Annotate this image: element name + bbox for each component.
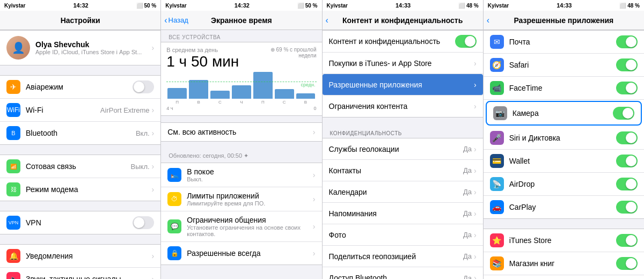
- contacts-arrow: ›: [474, 166, 477, 175]
- screen-title-4: Разрешенные приложения: [514, 16, 613, 25]
- alwaysallowed-text: Разрешенные всегда: [187, 249, 313, 258]
- settings-item-wifi[interactable]: WiFi Wi-Fi AirPort Extreme ›: [0, 99, 160, 122]
- battery-2: ⬜ 50 %: [297, 3, 318, 9]
- settings-item-books[interactable]: 📚 Магазин книг: [484, 252, 644, 275]
- cellular-arrow: ›: [152, 162, 155, 171]
- avatar: 👤: [6, 36, 30, 60]
- see-activity-button[interactable]: См. всю активность ›: [161, 122, 321, 142]
- avg-label: В среднем за день: [166, 47, 239, 53]
- settings-item-bluetooth[interactable]: B Bluetooth Вкл. ›: [0, 122, 160, 144]
- airdrop-toggle[interactable]: [616, 178, 638, 190]
- settings-item-applimits[interactable]: ⏱ Лимиты приложений Лимитируйте время дл…: [161, 187, 321, 211]
- airplane-toggle[interactable]: [133, 80, 154, 93]
- settings-item-camera[interactable]: 📷 Камера: [486, 101, 642, 126]
- settings-item-reminders[interactable]: Напоминания Да ›: [323, 203, 483, 224]
- bluetooth-access-value: Да: [463, 274, 472, 280]
- settings-item-contacts[interactable]: Контакты Да ›: [323, 160, 483, 181]
- applimits-arrow: ›: [313, 195, 316, 203]
- itunesstore-toggle[interactable]: [616, 234, 638, 247]
- bar-label-ч1: Ч: [240, 100, 243, 105]
- settings-item-safari[interactable]: 🧭 Safari: [484, 54, 644, 77]
- vpn-icon: VPN: [6, 216, 20, 230]
- calendars-arrow: ›: [474, 188, 477, 196]
- back-button-3[interactable]: ‹: [326, 16, 330, 25]
- communication-arrow: ›: [313, 222, 316, 231]
- settings-item-hotspot[interactable]: ⛓ Режим модема ›: [0, 178, 160, 201]
- applimits-label: Лимиты приложений: [187, 192, 313, 200]
- vpn-toggle[interactable]: [133, 216, 154, 229]
- see-activity-arrow: ›: [313, 128, 316, 136]
- allowed-apps-screen: Kyivstar 14:33 ⬜ 48 % ‹ Разрешенные прил…: [484, 0, 644, 279]
- settings-item-itunesstore[interactable]: ⭐ iTunes Store: [484, 229, 644, 252]
- bar-с2: С: [275, 89, 294, 105]
- settings-item-location[interactable]: Службы геолокации Да ›: [323, 138, 483, 160]
- time-2: 14:32: [235, 2, 250, 9]
- books-toggle[interactable]: [616, 257, 638, 270]
- bar-label-с2: С: [283, 100, 286, 105]
- settings-item-vpn[interactable]: VPN VPN: [0, 211, 160, 234]
- profile-name: Olya Shevchuk: [35, 40, 152, 49]
- settings-item-bluetooth-access[interactable]: Доступ Bluetooth Да ›: [323, 267, 483, 279]
- facetime-toggle[interactable]: [616, 82, 638, 94]
- bar-visual-с1: [210, 91, 230, 99]
- item-label-wifi: Wi-Fi: [26, 106, 100, 114]
- back-button-4[interactable]: ‹: [487, 16, 491, 25]
- books-icon: 📚: [490, 256, 504, 270]
- wallet-toggle[interactable]: [616, 155, 638, 167]
- settings-item-sharelocation[interactable]: Поделиться геопозицией Да ›: [323, 246, 483, 267]
- settings-item-siri[interactable]: 🎤 Siri и Диктовка: [484, 127, 644, 150]
- settings-item-podcasts[interactable]: 🎙 Подкасты: [484, 275, 644, 279]
- safari-toggle[interactable]: [616, 58, 638, 71]
- content-toggle[interactable]: [455, 35, 477, 48]
- settings-item-wallet[interactable]: 💳 Wallet: [484, 150, 644, 173]
- notifications-arrow: ›: [152, 252, 155, 260]
- bar-label-п1: П: [175, 100, 179, 105]
- settings-item-notifications[interactable]: 🔔 Уведомления ›: [0, 245, 160, 268]
- settings-item-mail[interactable]: ✉ Почта: [484, 31, 644, 54]
- profile-item[interactable]: 👤 Olya Shevchuk Apple ID, iCloud, iTunes…: [0, 30, 160, 65]
- privacy-section-header: КОНФИДЕНЦИАЛЬНОСТЬ: [323, 127, 483, 138]
- downtime-icon: 🛌: [167, 168, 181, 182]
- settings-item-airdrop[interactable]: 📡 AirDrop: [484, 173, 644, 196]
- item-label-mail: Почта: [509, 38, 616, 46]
- settings-group-cellular: 📶 Сотовая связь Выкл. › ⛓ Режим модема ›: [0, 155, 160, 201]
- settings-item-alwaysallowed[interactable]: 🔒 Разрешенные всегда ›: [161, 242, 321, 265]
- item-label-hotspot: Режим модема: [26, 185, 152, 194]
- bar-visual-ч1: [232, 85, 251, 99]
- hotspot-icon: ⛓: [6, 182, 20, 196]
- nav-bar-2: ‹ Назад Экранное время: [161, 11, 321, 30]
- back-arrow-2: ‹: [164, 16, 167, 25]
- carplay-toggle[interactable]: [616, 201, 638, 214]
- settings-item-sounds[interactable]: 🔈 Звуки, тактильные сигналы ›: [0, 268, 160, 279]
- profile-info: Olya Shevchuk Apple ID, iCloud, iTunes S…: [35, 40, 152, 55]
- settings-item-facetime[interactable]: 📹 FaceTime: [484, 77, 644, 100]
- settings-item-allowed-apps[interactable]: Разрешенные приложения ›: [323, 74, 483, 96]
- settings-item-calendars[interactable]: Календари Да ›: [323, 181, 483, 203]
- bar-visual-п2: [253, 72, 273, 99]
- camera-toggle[interactable]: [613, 107, 634, 120]
- axis-left: 4 ч: [166, 106, 173, 111]
- settings-item-downtime[interactable]: 🛌 В покое Выкл. ›: [161, 163, 321, 187]
- wifi-value: AirPort Extreme: [100, 106, 150, 114]
- settings-item-itunes-purchases[interactable]: Покупки в iTunes- и App Store ›: [323, 53, 483, 74]
- screen-title-2: Экранное время: [211, 16, 272, 25]
- avg-line-label: средн.: [301, 82, 315, 87]
- bluetooth-value: Вкл.: [136, 129, 150, 137]
- settings-item-photos[interactable]: Фото Да ›: [323, 224, 483, 246]
- status-bar-2: Kyivstar 14:32 ⬜ 50 %: [161, 0, 321, 11]
- settings-item-content-toggle[interactable]: Контент и конфиденциальность: [323, 31, 483, 53]
- siri-toggle[interactable]: [616, 131, 638, 144]
- back-button-2[interactable]: ‹ Назад: [164, 16, 188, 25]
- status-bar-3: Kyivstar 14:33 ⬜ 48 %: [323, 0, 483, 11]
- applimits-text: Лимиты приложений Лимитируйте время для …: [187, 192, 313, 207]
- settings-item-communication[interactable]: 💬 Ограничения общения Установите огранич…: [161, 211, 321, 242]
- mail-toggle[interactable]: [616, 35, 638, 48]
- item-label-notifications: Уведомления: [26, 252, 152, 260]
- settings-item-carplay[interactable]: 🚗 CarPlay: [484, 196, 644, 218]
- settings-item-content-restrictions[interactable]: Ограничения контента ›: [323, 96, 483, 117]
- item-label-location: Службы геолокации: [329, 145, 464, 153]
- bar-label-в1: В: [197, 100, 200, 105]
- settings-item-airplane[interactable]: ✈ Авіарежим: [0, 76, 160, 99]
- status-bar-4: Kyivstar 14:33 ⬜ 48 %: [484, 0, 644, 11]
- settings-item-cellular[interactable]: 📶 Сотовая связь Выкл. ›: [0, 155, 160, 178]
